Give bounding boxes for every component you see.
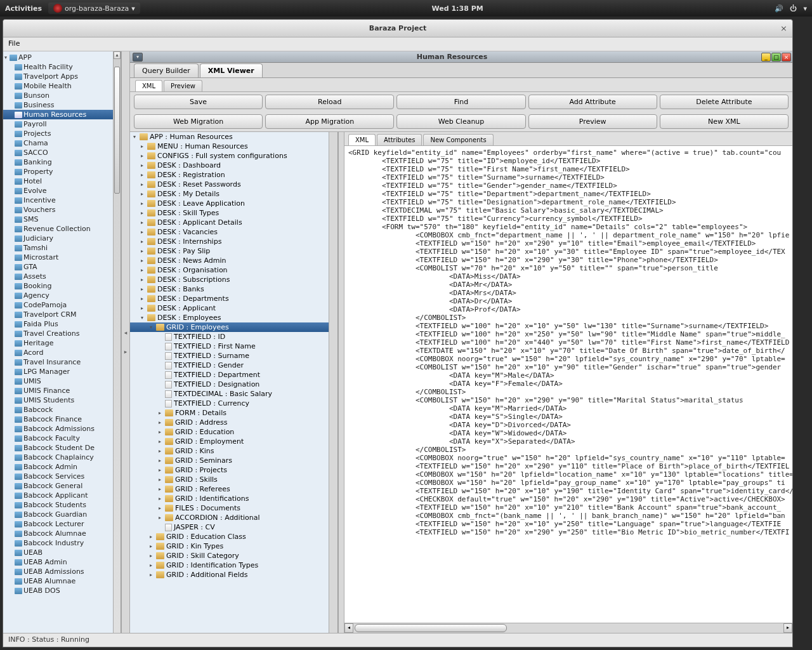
menu-file[interactable]: File <box>8 39 20 48</box>
struct-node[interactable]: ▸CONFIGS : Full system configurations <box>130 151 329 161</box>
tree-item[interactable]: Babcock Admin <box>3 462 121 472</box>
struct-node[interactable]: ▸GRID : Kin Types <box>130 541 329 551</box>
tree-item[interactable]: Babcock Guardian <box>3 510 121 519</box>
tree-item[interactable]: Human Resources <box>3 110 121 119</box>
tree-item[interactable]: Babcock Industry <box>3 538 121 548</box>
button-save[interactable]: Save <box>134 95 263 109</box>
tree-item[interactable]: UMIS Students <box>3 395 121 405</box>
tree-item[interactable]: Tamshi <box>3 243 121 253</box>
mdi-menu-icon[interactable]: ▾ <box>133 53 143 62</box>
button-add-attribute[interactable]: Add Attribute <box>528 95 657 109</box>
struct-node[interactable]: ▸GRID : Kins <box>130 446 329 456</box>
tree-item[interactable]: Projects <box>3 129 121 138</box>
struct-node[interactable]: TEXTFIELD : Department <box>130 370 329 380</box>
titlebar[interactable]: Baraza Project × <box>3 20 792 37</box>
mdi-close-button[interactable]: × <box>782 53 791 62</box>
tree-root[interactable]: APP <box>3 53 121 62</box>
window-close-button[interactable]: × <box>780 23 787 33</box>
struct-node[interactable]: ▸DESK : Banks <box>130 284 329 294</box>
struct-node[interactable]: ▸DESK : Applicant Details <box>130 218 329 227</box>
struct-node[interactable]: TEXTFIELD : ID <box>130 332 329 342</box>
tree-item[interactable]: Acord <box>3 348 121 357</box>
struct-node[interactable]: TEXTDECIMAL : Basic Salary <box>130 389 329 399</box>
clock[interactable]: Wed 1:38 PM <box>432 4 483 13</box>
struct-node[interactable]: ▸DESK : Leave Application <box>130 199 329 208</box>
struct-node[interactable]: ▸DESK : Pay Slip <box>130 246 329 256</box>
tree-item[interactable]: Bunson <box>3 91 121 100</box>
tree-item[interactable]: Health Facility <box>3 62 121 72</box>
struct-node[interactable]: ▸DESK : Departments <box>130 294 329 303</box>
mdi-minimize-button[interactable]: _ <box>761 53 771 62</box>
tree-item[interactable]: UEAB Alumnae <box>3 576 121 586</box>
button-web-migration[interactable]: Web Migration <box>134 114 263 129</box>
tree-item[interactable]: Travel Creations <box>3 329 121 338</box>
struct-node[interactable]: ▸DESK : Reset Passwords <box>130 180 329 189</box>
tree-item[interactable]: Babcock Alumnae <box>3 529 121 538</box>
button-app-migration[interactable]: App Migration <box>265 114 394 129</box>
button-web-cleanup[interactable]: Web Cleanup <box>396 114 525 129</box>
tree-item[interactable]: LPG Manager <box>3 367 121 376</box>
subtab-xml[interactable]: XML <box>135 80 162 91</box>
tree-item[interactable]: UEAB <box>3 548 121 557</box>
button-preview[interactable]: Preview <box>528 114 657 129</box>
volume-icon[interactable]: 🔊 <box>775 4 783 13</box>
struct-node[interactable]: ▸GRID : Referees <box>130 484 329 494</box>
tree-item[interactable]: UEAB Admissions <box>3 567 121 576</box>
struct-node[interactable]: ▸GRID : Identification Types <box>130 560 329 570</box>
xmltab-attributes[interactable]: Attributes <box>377 134 422 145</box>
subtab-preview[interactable]: Preview <box>164 80 202 91</box>
struct-node[interactable]: ▸DESK : Dashboard <box>130 161 329 170</box>
tree-item[interactable]: Chama <box>3 138 121 148</box>
xml-h-scrollbar[interactable]: ◂▸ <box>344 623 792 633</box>
tree-item[interactable]: SACCO <box>3 148 121 157</box>
tree-item[interactable]: Travelport Apps <box>3 72 121 81</box>
tree-item[interactable]: Revenue Collection <box>3 224 121 234</box>
struct-node[interactable]: TEXTFIELD : First Name <box>130 342 329 351</box>
struct-node[interactable]: ▸DESK : Registration <box>130 170 329 180</box>
tree-item[interactable]: UEAB DOS <box>3 586 121 595</box>
struct-node[interactable]: ▸FORM : Details <box>130 408 329 418</box>
tree-item[interactable]: Babcock General <box>3 481 121 491</box>
struct-node[interactable]: TEXTFIELD : Designation <box>130 380 329 389</box>
struct-node[interactable]: ▸DESK : News Admin <box>130 256 329 265</box>
mid-scrollbar[interactable] <box>329 132 337 633</box>
tree-item[interactable]: Babcock Students <box>3 500 121 510</box>
struct-node[interactable]: ▾APP : Human Resources <box>130 132 329 142</box>
struct-node[interactable]: ▸DESK : Internships <box>130 237 329 246</box>
left-scrollbar[interactable]: ▴ <box>113 51 121 633</box>
struct-node[interactable]: ▸GRID : Address <box>130 418 329 427</box>
tree-item[interactable]: Babcock Applicant <box>3 491 121 500</box>
button-reload[interactable]: Reload <box>265 95 394 109</box>
tree-item[interactable]: SMS <box>3 215 121 224</box>
tree-item[interactable]: Babcock Admissions <box>3 424 121 434</box>
tree-item[interactable]: Agency <box>3 291 121 300</box>
tab-xml-viewer[interactable]: XML Viewer <box>200 63 263 77</box>
tree-item[interactable]: Faida Plus <box>3 319 121 329</box>
app-menu-button[interactable]: org-baraza-Baraza ▾ <box>48 3 140 14</box>
tree-item[interactable]: Babcock Lecturer <box>3 519 121 529</box>
struct-node[interactable]: ▸GRID : Projects <box>130 465 329 475</box>
tree-item[interactable]: Babcock Faculty <box>3 434 121 443</box>
tab-query-builder[interactable]: Query Builder <box>134 63 199 77</box>
struct-node[interactable]: TEXTFIELD : Currency <box>130 399 329 408</box>
tree-item[interactable]: Travel Insurance <box>3 357 121 367</box>
tree-item[interactable]: UMIS Finance <box>3 386 121 395</box>
struct-node[interactable]: ▸DESK : Organisation <box>130 265 329 275</box>
struct-node[interactable]: ▸GRID : Additional Fields <box>130 570 329 580</box>
tree-item[interactable]: Travelport CRM <box>3 310 121 319</box>
struct-node[interactable]: ▸GRID : Skills <box>130 475 329 484</box>
tree-item[interactable]: Vouchers <box>3 205 121 215</box>
xmltab-new-components[interactable]: New Components <box>423 134 493 145</box>
tree-item[interactable]: Assets <box>3 272 121 281</box>
tree-item[interactable]: Incentive <box>3 196 121 205</box>
activities-button[interactable]: Activities <box>5 4 42 13</box>
sys-chevron-down-icon[interactable]: ▾ <box>803 4 807 13</box>
tree-item[interactable]: UEAB Admin <box>3 557 121 567</box>
struct-node[interactable]: ▸GRID : Education <box>130 427 329 437</box>
struct-node[interactable]: ▸GRID : Education Class <box>130 532 329 541</box>
xmltab-xml[interactable]: XML <box>348 134 376 145</box>
struct-node[interactable]: ▸DESK : Skill Types <box>130 208 329 218</box>
struct-node[interactable]: ▸GRID : Employment <box>130 437 329 446</box>
tree-item[interactable]: Microstart <box>3 253 121 262</box>
struct-node[interactable]: ▸DESK : Subscriptions <box>130 275 329 284</box>
